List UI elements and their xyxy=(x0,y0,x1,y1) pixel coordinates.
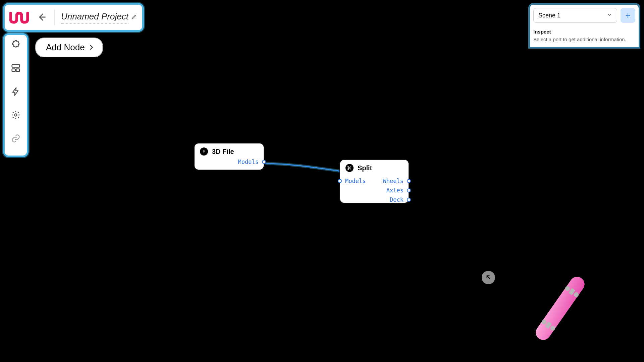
output-port-handle-models[interactable] xyxy=(262,160,266,164)
sidebar-item-share[interactable] xyxy=(5,132,26,145)
svg-rect-7 xyxy=(533,274,587,343)
output-port-label: Wheels xyxy=(380,178,407,184)
inspector-panel: Scene 1 + Inspect Select a port to get a… xyxy=(530,5,639,47)
sidebar-item-settings[interactable] xyxy=(5,109,26,122)
gear-icon xyxy=(11,110,20,121)
project-title-wrap[interactable]: Unnamed Project xyxy=(54,10,137,25)
header-bar: Unnamed Project xyxy=(5,5,142,30)
upload-icon xyxy=(200,147,208,156)
add-node-label: Add Node xyxy=(46,42,85,53)
node-title: Split xyxy=(358,164,372,172)
back-button[interactable] xyxy=(34,9,50,25)
preview-3d-object[interactable] xyxy=(523,268,597,349)
inspect-heading: Inspect xyxy=(533,29,635,35)
sidebar-item-layout[interactable] xyxy=(5,62,26,75)
svg-rect-2 xyxy=(16,69,19,71)
add-node-popover[interactable]: Add Node xyxy=(35,38,103,57)
chevron-down-icon xyxy=(607,12,612,19)
add-scene-button[interactable]: + xyxy=(621,8,635,23)
node-split[interactable]: Split Models Wheels Axles Deck xyxy=(339,159,409,203)
scene-select[interactable]: Scene 1 xyxy=(533,8,617,23)
svg-rect-0 xyxy=(12,65,20,67)
project-title: Unnamed Project xyxy=(61,11,128,23)
preview-expand-button[interactable] xyxy=(482,271,495,284)
output-port-label: Models xyxy=(235,159,262,165)
layout-icon xyxy=(11,63,21,74)
input-port-label: Models xyxy=(342,178,369,184)
svg-rect-1 xyxy=(12,69,15,71)
scissors-icon xyxy=(345,164,354,172)
sidebar xyxy=(5,35,27,156)
inspect-body: Select a port to get additional informat… xyxy=(533,37,635,42)
pencil-icon xyxy=(131,14,137,21)
sidebar-item-power[interactable] xyxy=(5,85,26,99)
chevron-right-icon xyxy=(88,42,94,53)
svg-point-5 xyxy=(348,169,349,170)
scene-select-value: Scene 1 xyxy=(538,12,560,19)
output-port-handle-wheels[interactable] xyxy=(407,179,411,183)
app-logo xyxy=(9,11,29,24)
node-title: 3D File xyxy=(212,148,234,156)
link-icon xyxy=(11,134,20,144)
output-port-label: Axles xyxy=(383,187,407,194)
output-port-handle-deck[interactable] xyxy=(407,198,411,202)
arrow-up-left-icon xyxy=(485,274,492,282)
bolt-icon xyxy=(11,87,20,97)
plus-icon: + xyxy=(625,10,630,20)
output-port-label: Deck xyxy=(386,196,407,203)
node-3d-file[interactable]: 3D File Models xyxy=(194,143,264,170)
arrow-left-icon xyxy=(37,12,46,23)
puzzle-icon xyxy=(11,40,21,51)
svg-point-4 xyxy=(348,166,349,168)
sidebar-item-nodes[interactable] xyxy=(5,38,26,52)
output-port-handle-axles[interactable] xyxy=(407,188,411,192)
svg-point-3 xyxy=(15,114,17,116)
input-port-handle-models[interactable] xyxy=(338,179,342,183)
